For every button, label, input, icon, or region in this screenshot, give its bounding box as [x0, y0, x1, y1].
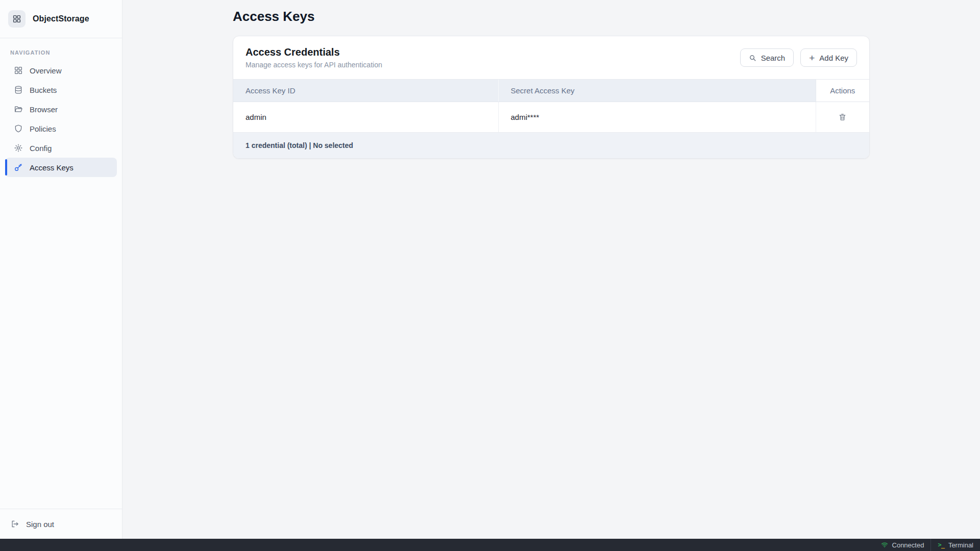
- credentials-summary: 1 credential (total) | No selected: [246, 141, 353, 149]
- column-header-actions: Actions: [816, 80, 869, 102]
- content: Access Keys Access Credentials Manage ac…: [233, 0, 870, 159]
- card-footer: 1 credential (total) | No selected: [233, 133, 869, 158]
- sidebar: ObjectStorage NAVIGATION Overview: [0, 0, 122, 539]
- connection-status: Connected: [874, 539, 931, 551]
- sidebar-item-overview[interactable]: Overview: [5, 61, 117, 80]
- gear-icon: [14, 143, 23, 153]
- sidebar-nav: Overview Buckets: [0, 61, 122, 177]
- access-credentials-card: Access Credentials Manage access keys fo…: [233, 36, 870, 159]
- sidebar-item-label: Policies: [30, 124, 56, 133]
- search-button-label: Search: [761, 54, 786, 62]
- main-area: Access Keys Access Credentials Manage ac…: [122, 0, 980, 539]
- page-title: Access Keys: [233, 7, 870, 26]
- add-key-button-label: Add Key: [819, 54, 848, 62]
- column-header-secret-access-key: Secret Access Key: [498, 80, 816, 102]
- search-icon: [749, 54, 756, 62]
- workspace: ObjectStorage NAVIGATION Overview: [0, 0, 980, 539]
- cell-access-key-id: admin: [233, 102, 498, 133]
- column-header-access-key-id: Access Key ID: [233, 80, 498, 102]
- folder-icon: [14, 105, 23, 114]
- connection-status-label: Connected: [892, 541, 924, 549]
- card-header-actions: Search + Add Key: [740, 48, 857, 67]
- sidebar-item-policies[interactable]: Policies: [5, 119, 117, 138]
- card-subtitle: Manage access keys for API authenticatio…: [246, 61, 382, 69]
- app-logo-grid-icon: [8, 10, 26, 28]
- terminal-prompt-icon: >_: [938, 541, 944, 548]
- sidebar-item-label: Buckets: [30, 86, 57, 94]
- add-key-button[interactable]: + Add Key: [800, 48, 857, 67]
- search-button[interactable]: Search: [740, 48, 794, 67]
- sidebar-item-config[interactable]: Config: [5, 138, 117, 158]
- brand-row: ObjectStorage: [0, 0, 122, 38]
- nav-section-label: NAVIGATION: [0, 38, 122, 61]
- brand-name: ObjectStorage: [33, 14, 89, 23]
- sidebar-footer: Sign out: [0, 509, 122, 539]
- terminal-label: Terminal: [948, 541, 973, 549]
- sidebar-item-browser[interactable]: Browser: [5, 99, 117, 119]
- table-header: Access Key ID Secret Access Key Actions: [233, 80, 869, 102]
- sidebar-item-buckets[interactable]: Buckets: [5, 80, 117, 99]
- sidebar-item-label: Browser: [30, 105, 58, 114]
- grid-icon: [14, 66, 23, 75]
- sidebar-spacer: [0, 177, 122, 509]
- trash-icon: [838, 113, 847, 121]
- wifi-icon: [881, 541, 888, 548]
- card-title: Access Credentials: [246, 46, 382, 58]
- sign-out-label: Sign out: [26, 520, 54, 529]
- credentials-table: Access Key ID Secret Access Key Actions …: [233, 79, 869, 133]
- table-row[interactable]: admin admi****: [233, 102, 869, 133]
- key-icon: [14, 163, 23, 172]
- sign-out-icon: [10, 519, 19, 529]
- plus-icon: +: [809, 53, 815, 63]
- sidebar-item-label: Config: [30, 144, 52, 153]
- database-icon: [14, 85, 23, 94]
- app-root: ObjectStorage NAVIGATION Overview: [0, 0, 980, 551]
- sidebar-item-label: Overview: [30, 66, 62, 75]
- status-bar: Connected >_ Terminal: [0, 539, 980, 551]
- cell-actions: [816, 102, 869, 133]
- delete-key-button[interactable]: [835, 110, 850, 124]
- card-header: Access Credentials Manage access keys fo…: [233, 36, 869, 79]
- sidebar-item-access-keys[interactable]: Access Keys: [5, 158, 117, 177]
- shield-icon: [14, 124, 23, 133]
- card-header-text: Access Credentials Manage access keys fo…: [246, 46, 382, 69]
- sign-out-button[interactable]: Sign out: [10, 515, 112, 533]
- cell-secret-access-key: admi****: [498, 102, 816, 133]
- sidebar-item-label: Access Keys: [30, 163, 74, 172]
- terminal-button[interactable]: >_ Terminal: [931, 539, 980, 551]
